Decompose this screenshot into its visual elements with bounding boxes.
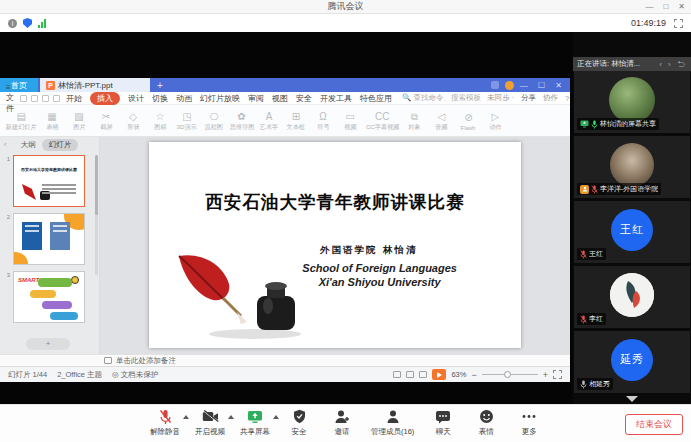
tab-outline[interactable]: 大纲 (21, 140, 36, 150)
chat-button[interactable]: 聊天 (429, 408, 457, 437)
protection-status[interactable]: ◎ 文档未保护 (112, 370, 158, 380)
wps-command-search[interactable]: 🔍 查找命令、搜索模板 (402, 93, 481, 103)
wps-new-tab-button[interactable]: + (150, 78, 170, 92)
zoom-level[interactable]: 63% (451, 370, 466, 379)
ribbon-command[interactable]: Ω 符号 (310, 110, 337, 132)
fit-slide-icon[interactable] (553, 370, 562, 379)
wps-ribbon-tab[interactable]: 开始 (66, 93, 82, 104)
avatar (610, 143, 654, 187)
participant-tile[interactable]: 王红 王红 (574, 201, 690, 263)
ribbon-command-label: CC字幕视频 (365, 123, 399, 132)
active-speaker-bar: 正在讲话: 林怡清... ‹ › ⮌ (573, 57, 691, 71)
ribbon-command[interactable]: ⧉ 对象 (401, 110, 428, 132)
wps-ribbon-tab[interactable]: 插入 (90, 92, 120, 105)
normal-view-icon[interactable] (393, 371, 401, 378)
avatar (610, 273, 654, 317)
bee-clipart (71, 276, 79, 284)
participant-tile[interactable]: 李红 (574, 266, 690, 328)
minimize-button[interactable]: — (645, 3, 653, 11)
wps-file-menu[interactable]: ≡ 文件 (6, 83, 14, 114)
wps-ribbon-tab[interactable]: 视图 (272, 93, 288, 104)
ribbon-command-label: 新建幻灯片 (6, 123, 37, 132)
wps-share-button[interactable]: 分享 (521, 93, 536, 103)
slideshow-play-button[interactable] (432, 369, 446, 380)
security-shield-icon[interactable] (23, 18, 32, 28)
meeting-info-icon[interactable]: i (8, 19, 17, 28)
wps-ribbon-tab[interactable]: 动画 (176, 93, 192, 104)
sidebar-pager-icons[interactable]: ‹ › ⮌ (659, 60, 687, 69)
ribbon-command[interactable]: ✿ 思维导图 (228, 110, 256, 132)
add-slide-button[interactable]: + (26, 338, 70, 350)
security-button[interactable]: 安全 (285, 408, 313, 437)
zoom-out-button[interactable]: − (471, 370, 476, 380)
wps-ribbon-tab[interactable]: 安全 (296, 93, 312, 104)
manage-members-button[interactable]: 管理成员(16) (371, 408, 414, 437)
slide-thumbnail-1[interactable]: 西安石油大学青年教师讲课比赛 (13, 155, 85, 207)
ribbon-command[interactable]: ⎔ 流程图 (201, 110, 228, 132)
ribbon-command-icon: ⊞ (292, 110, 300, 123)
reactions-button[interactable]: 表情 (472, 408, 500, 437)
collapse-tiles-arrow[interactable] (626, 396, 638, 402)
wps-help-icon[interactable]: ? (565, 94, 569, 103)
more-button[interactable]: 更多 (515, 408, 543, 437)
slide-thumbnail-3[interactable]: SMART (13, 271, 85, 323)
ribbon-command[interactable]: ◁ 音频 (428, 110, 455, 132)
close-button[interactable]: ✕ (678, 3, 685, 11)
reading-view-icon[interactable] (419, 371, 427, 378)
ribbon-command[interactable]: CC CC字幕视频 (364, 110, 401, 132)
wps-app-icon[interactable] (491, 81, 499, 89)
wps-ribbon-tab[interactable]: 切换 (152, 93, 168, 104)
participant-tile[interactable]: 延秀 相延秀 (574, 331, 690, 393)
ribbon-command[interactable]: A 艺术字 (256, 110, 283, 132)
wps-document-tab-label: 林怡清-PPT.ppt (58, 80, 113, 91)
wps-ribbon-tab[interactable]: 特色应用 (360, 93, 392, 104)
invite-button[interactable]: 邀请 (328, 408, 356, 437)
panel-scrollbar[interactable] (95, 155, 98, 275)
fullscreen-icon[interactable] (674, 19, 683, 28)
notes-icon (104, 357, 112, 364)
theme-name[interactable]: 2_Office 主题 (57, 370, 102, 380)
screen-share-icon (580, 120, 589, 128)
active-speaker-label: 正在讲话: 林怡清... (577, 59, 640, 69)
end-meeting-button[interactable]: 结束会议 (625, 414, 683, 435)
ribbon-command[interactable]: ◇ 形状 (120, 110, 147, 132)
wps-document-tab[interactable]: P 林怡清-PPT.ppt (40, 78, 150, 92)
wps-collab-button[interactable]: 协作 (543, 93, 558, 103)
panel-collapse-icon[interactable]: ‹ (4, 140, 7, 149)
ribbon-command[interactable]: ⊘ Flash (455, 111, 482, 131)
ribbon-command-label: 文本框 (287, 123, 306, 132)
slide-sorter-icon[interactable] (406, 371, 414, 378)
start-video-button[interactable]: 开启视频 (195, 408, 225, 437)
wps-quick-access-toolbar[interactable] (20, 95, 60, 102)
ribbon-command[interactable]: ▷ 动作 (482, 110, 509, 132)
tab-slides[interactable]: 幻灯片 (42, 139, 79, 151)
participant-tile[interactable]: 林怡清的屏幕共享 (574, 71, 690, 133)
share-screen-button[interactable]: 共享屏幕 (240, 408, 270, 437)
slide-thumbnail-2[interactable] (13, 213, 85, 265)
wps-insert-ribbon: ▤ 新建幻灯片 ▦ 表格 ▨ 图片 ✂ 截屏 (0, 105, 570, 137)
ribbon-command-icon: ◳ (182, 110, 191, 123)
participant-tile[interactable]: 李洋洋-外国语学院 (574, 136, 690, 198)
wps-ribbon-tab[interactable]: 开发工具 (320, 93, 352, 104)
wps-ribbon-tab[interactable]: 审阅 (248, 93, 264, 104)
zoom-in-button[interactable]: + (543, 370, 548, 380)
slide-number: 3 (4, 271, 10, 323)
unmute-button[interactable]: 解除静音 (150, 408, 180, 437)
maximize-button[interactable]: □ (663, 3, 668, 11)
ribbon-command[interactable]: ✂ 截屏 (93, 110, 120, 132)
wps-ribbon-tab[interactable]: 幻灯片放映 (200, 93, 240, 104)
notes-bar[interactable]: 单击此处添加备注 (0, 354, 570, 366)
wps-ribbon-tab[interactable]: 设计 (128, 93, 144, 104)
zoom-slider[interactable] (482, 374, 538, 375)
current-slide[interactable]: 西安石油大学青年教师讲课比赛 外国语学院 林怡清 School of Forei… (149, 142, 521, 348)
ribbon-command-label: 动作 (489, 123, 501, 132)
ribbon-command[interactable]: ▦ 表格 (39, 110, 66, 132)
ribbon-command[interactable]: ☆ 图标 (147, 110, 174, 132)
ribbon-command[interactable]: ◳ 3D演示 (174, 110, 201, 132)
ribbon-command[interactable]: ⊞ 文本框 (283, 110, 310, 132)
ribbon-command[interactable]: ▭ 视频 (337, 110, 364, 132)
wps-window-controls[interactable]: — ☐ ✕ (520, 81, 566, 90)
ribbon-command[interactable]: ▨ 图片 (66, 110, 93, 132)
wps-sync-status[interactable]: 未同步 · (487, 93, 514, 103)
wps-account-avatar[interactable] (505, 81, 514, 90)
